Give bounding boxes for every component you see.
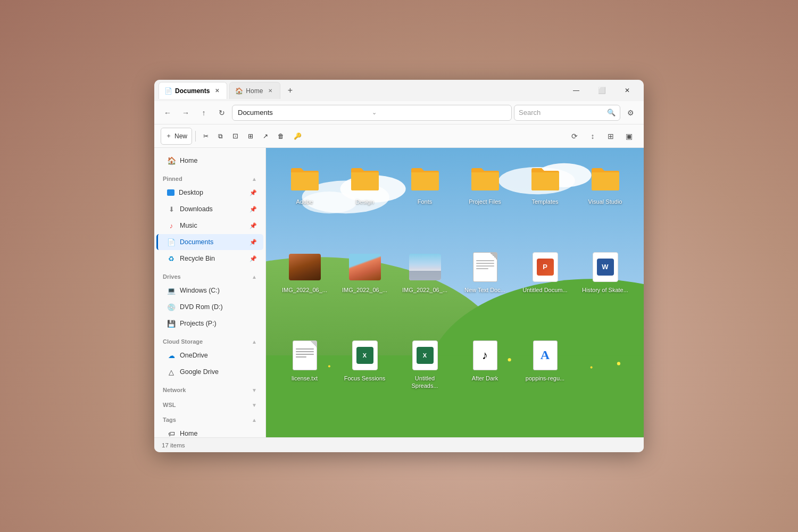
file-focus-sessions-label: Focus Sessions <box>344 375 386 382</box>
address-bar[interactable]: Documents ⌄ <box>232 105 512 121</box>
folder-design-icon <box>349 163 381 195</box>
sidebar-item-desktop[interactable]: Desktop 📌 <box>156 185 263 201</box>
minimize-button[interactable]: — <box>564 82 588 99</box>
close-button[interactable]: ✕ <box>615 82 639 99</box>
tab-documents-label: Documents <box>175 87 210 95</box>
sidebar-desktop-label: Desktop <box>179 189 203 196</box>
folder-fonts[interactable]: Fonts <box>397 159 453 243</box>
music-pin-icon: 📌 <box>250 222 257 229</box>
sidebar-item-music[interactable]: ♪ Music 📌 <box>156 218 263 234</box>
folder-design-label: Design <box>355 198 373 205</box>
search-bar[interactable]: Search 🔍 <box>514 105 620 121</box>
tab-documents[interactable]: 📄 Documents ✕ <box>159 82 227 99</box>
file-new-text-doc-label: New Text Doc... <box>464 286 505 294</box>
onedrive-icon: ☁ <box>167 351 176 360</box>
folder-adobe[interactable]: Adobe <box>277 159 332 243</box>
folder-templates[interactable]: Templates <box>517 159 573 243</box>
tab-home[interactable]: 🏠 Home ✕ <box>229 82 280 99</box>
folder-project-files[interactable]: Project Files <box>457 159 513 243</box>
share-button[interactable]: ↗ <box>259 128 272 145</box>
file-focus-sessions[interactable]: X Focus Sessions <box>337 335 393 427</box>
forward-button[interactable]: → <box>178 105 194 121</box>
file-area: Adobe Design <box>266 148 644 437</box>
settings-button[interactable]: ⚙ <box>622 105 638 121</box>
file-untitled-ppt-icon: P <box>529 251 561 283</box>
sidebar-cloud-section[interactable]: Cloud Storage ▲ <box>154 332 265 347</box>
file-poppins[interactable]: A poppins-regu... <box>517 335 573 427</box>
sidebar-music-label: Music <box>180 222 197 229</box>
sidebar-item-documents[interactable]: 📄 Documents 📌 <box>156 234 263 250</box>
file-license-txt[interactable]: license.txt <box>277 335 332 427</box>
sidebar-item-googledrive[interactable]: △ Google Drive <box>156 364 263 380</box>
sidebar-tags-section[interactable]: Tags ▲ <box>154 410 265 425</box>
tags-chevron-icon: ▲ <box>252 417 257 423</box>
up-button[interactable]: ↑ <box>196 105 212 121</box>
sort-icon: ↕ <box>591 132 595 140</box>
documents-icon: 📄 <box>167 238 176 246</box>
rename-button[interactable]: ⊞ <box>244 128 257 145</box>
title-bar: 📄 Documents ✕ 🏠 Home ✕ + — ⬜ ✕ <box>154 80 644 101</box>
file-explorer-window: 📄 Documents ✕ 🏠 Home ✕ + — ⬜ ✕ ← → ↑ ↻ D… <box>154 80 644 452</box>
file-img1[interactable]: IMG_2022_06_... <box>277 247 332 331</box>
folder-design[interactable]: Design <box>337 159 393 243</box>
sidebar-item-downloads[interactable]: ⬇ Downloads 📌 <box>156 201 263 217</box>
sidebar-item-recycle[interactable]: ♻ Recycle Bin 📌 <box>156 251 263 267</box>
toolbar-right: ⟳ ↕ ⊞ ▣ <box>566 128 637 145</box>
paste-button[interactable]: ⊡ <box>228 128 243 145</box>
sidebar-wsl-section[interactable]: WSL ▼ <box>154 395 265 410</box>
file-img3[interactable]: IMG_2022_06_... <box>397 247 453 331</box>
recycle-pin-icon: 📌 <box>250 255 257 262</box>
file-history-word[interactable]: W History of Skate... <box>577 247 633 331</box>
file-after-dark[interactable]: ♪ After Dark <box>457 335 513 427</box>
delete-button[interactable]: 🗑 <box>273 128 288 145</box>
refresh-button[interactable]: ↻ <box>214 105 230 121</box>
sidebar-network-section[interactable]: Network ▼ <box>154 380 265 395</box>
file-untitled-xl[interactable]: X Untitled Spreads... <box>397 335 453 427</box>
maximize-button[interactable]: ⬜ <box>589 82 614 99</box>
sort-button[interactable]: ↕ <box>584 128 601 145</box>
sidebar-pinned-section[interactable]: Pinned ▲ <box>154 169 265 184</box>
sync-button[interactable]: ⟳ <box>566 128 583 145</box>
window-controls: — ⬜ ✕ <box>564 82 639 99</box>
copy-button[interactable]: ⧉ <box>214 128 227 145</box>
sidebar-item-home[interactable]: 🏠 Home <box>156 153 263 169</box>
folder-visual-studio[interactable]: Visual Studio <box>577 159 633 243</box>
file-new-text-doc[interactable]: New Text Doc... <box>457 247 513 331</box>
view-icon: ⊞ <box>608 132 614 140</box>
sidebar-item-projects-p[interactable]: 💾 Projects (P:) <box>156 315 263 331</box>
file-after-dark-icon: ♪ <box>469 339 501 371</box>
status-bar: 17 items <box>154 437 644 452</box>
tab-home-close[interactable]: ✕ <box>266 87 275 95</box>
nav-bar: ← → ↑ ↻ Documents ⌄ Search 🔍 ⚙ <box>154 101 644 124</box>
file-untitled-ppt-label: Untitled Docum... <box>522 286 567 294</box>
sidebar-googledrive-label: Google Drive <box>180 368 219 376</box>
documents-tab-icon: 📄 <box>164 87 172 95</box>
tab-documents-close[interactable]: ✕ <box>213 87 221 95</box>
sidebar-item-home-tag[interactable]: 🏷 Home <box>156 426 263 437</box>
sidebar-projects-p-label: Projects (P:) <box>180 320 217 327</box>
new-icon: ＋ <box>165 131 172 140</box>
new-button[interactable]: ＋ New <box>161 128 192 145</box>
file-img2[interactable]: IMG_2022_06_... <box>337 247 393 331</box>
properties-button[interactable]: 🔑 <box>289 128 306 145</box>
wsl-chevron-icon: ▼ <box>252 402 257 408</box>
view-options-button[interactable]: ⊞ <box>602 128 619 145</box>
cut-button[interactable]: ✂ <box>199 128 213 145</box>
file-after-dark-label: After Dark <box>472 375 498 382</box>
new-tab-button[interactable]: + <box>282 83 297 98</box>
file-untitled-ppt[interactable]: P Untitled Docum... <box>517 247 573 331</box>
back-button[interactable]: ← <box>160 105 176 121</box>
copy-icon: ⧉ <box>218 132 223 140</box>
sidebar-item-dvd-d[interactable]: 💿 DVD Rom (D:) <box>156 299 263 315</box>
music-icon: ♪ <box>167 221 176 230</box>
file-img1-icon <box>289 251 321 283</box>
downloads-icon: ⬇ <box>167 205 176 213</box>
sidebar-item-onedrive[interactable]: ☁ OneDrive <box>156 347 263 363</box>
tab-bar: 📄 Documents ✕ 🏠 Home ✕ + <box>159 80 564 101</box>
sidebar-item-windows-c[interactable]: 💻 Windows (C:) <box>156 282 263 298</box>
share-icon: ↗ <box>263 132 268 140</box>
sidebar-windows-c-label: Windows (C:) <box>180 287 220 294</box>
sidebar-drives-section[interactable]: Drives ▲ <box>154 267 265 282</box>
desktop-pin-icon: 📌 <box>250 189 257 196</box>
panel-button[interactable]: ▣ <box>620 128 637 145</box>
